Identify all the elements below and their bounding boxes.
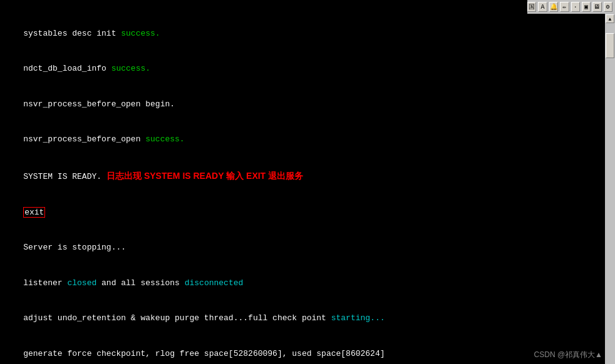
scroll-thumb[interactable]: [606, 33, 614, 58]
toolbar: 国 A 🔔 ✏ · ▣ 🖥 ⚙: [527, 0, 615, 14]
line2-text2: success.: [111, 64, 150, 73]
line9-text1: listener: [23, 278, 67, 288]
terminal-line-8: Server is stopping...: [4, 230, 601, 266]
line9-text3: and all sessions: [96, 278, 184, 288]
line4-text2: success.: [145, 134, 184, 144]
toolbar-btn-6[interactable]: ▣: [582, 2, 591, 12]
line5-text1: SYSTEM IS READY.: [23, 172, 101, 181]
terminal: systables desc init success. ndct_db_loa…: [0, 14, 605, 364]
line1-text2: success.: [121, 29, 160, 38]
toolbar-btn-4[interactable]: ✏: [560, 2, 569, 12]
watermark: CSDN @祁真伟大▲: [534, 350, 602, 360]
line11-text1: generate force checkpoint, rlog free spa…: [23, 349, 385, 358]
exit-command: exit: [23, 207, 45, 218]
terminal-line-1: systables desc init success.: [4, 16, 601, 52]
line10-text2: starting...: [331, 313, 385, 323]
terminal-line-2: ndct_db_load_info success.: [4, 52, 601, 88]
terminal-line-7: exit: [4, 195, 601, 231]
line9-text2: closed: [67, 278, 96, 288]
system-ready-annotation: 日志出现 SYSTEM IS READY 输入 EXIT 退出服务: [106, 171, 303, 181]
terminal-line-3: nsvr_process_before_open begin.: [4, 87, 601, 123]
terminal-line-5: SYSTEM IS READY.日志出现 SYSTEM IS READY 输入 …: [4, 158, 601, 195]
line9-text4: disconnected: [185, 278, 244, 288]
line3-text1: nsvr_process_before_open begin.: [23, 99, 175, 109]
toolbar-btn-3[interactable]: 🔔: [549, 2, 558, 12]
line4-text1: nsvr_process_before_open: [23, 134, 145, 144]
line2-text1: ndct_db_load_info: [23, 64, 111, 73]
toolbar-btn-1[interactable]: 国: [527, 2, 536, 12]
terminal-line-10: adjust undo_retention & wakeup purge thr…: [4, 301, 601, 336]
line10-text1: adjust undo_retention & wakeup purge thr…: [23, 313, 331, 323]
watermark-text: CSDN @祁真伟大▲: [534, 350, 602, 359]
terminal-line-9: listener closed and all sessions disconn…: [4, 266, 601, 301]
toolbar-btn-2[interactable]: A: [538, 2, 547, 12]
toolbar-btn-7[interactable]: 🖥: [592, 2, 601, 12]
line1-text1: systables desc init: [23, 29, 121, 38]
scroll-up-arrow[interactable]: ▲: [606, 14, 614, 23]
scrollbar[interactable]: ▲: [605, 14, 615, 364]
toolbar-btn-8[interactable]: ⚙: [604, 2, 612, 12]
terminal-line-4: nsvr_process_before_open success.: [4, 123, 601, 158]
line8-text1: Server is stopping...: [23, 243, 126, 252]
toolbar-btn-5[interactable]: ·: [571, 2, 580, 12]
terminal-line-11: generate force checkpoint, rlog free spa…: [4, 336, 601, 364]
